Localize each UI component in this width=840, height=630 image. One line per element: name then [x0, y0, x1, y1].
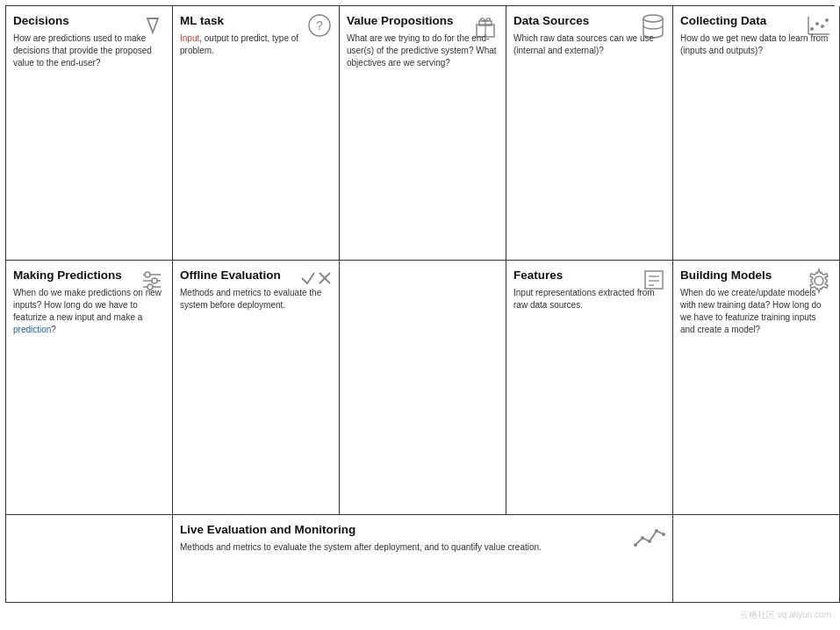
line-chart-icon [632, 522, 665, 554]
svg-point-11 [821, 25, 824, 28]
svg-text:?: ? [316, 18, 323, 32]
svg-point-10 [815, 22, 819, 25]
svg-point-16 [145, 272, 150, 277]
live-evaluation-desc: Methods and metrics to evaluate the syst… [180, 541, 665, 554]
live-evaluation-title: Live Evaluation and Monitoring [180, 522, 665, 538]
svg-point-12 [825, 18, 829, 22]
ml-task-cell: ? ML task Input, output to predict, type… [173, 6, 340, 261]
check-x-icon [300, 268, 332, 292]
empty-bottom-left [6, 515, 173, 603]
database-icon [641, 13, 665, 43]
chart-dots-icon [806, 13, 832, 41]
ml-task-input-link: Input [180, 33, 199, 43]
features-cell: Features Input representations extracted… [506, 261, 673, 515]
svg-point-6 [643, 15, 663, 22]
gear-icon [806, 268, 832, 297]
svg-point-28 [648, 540, 651, 543]
list-icon [643, 268, 665, 296]
svg-point-29 [655, 529, 658, 533]
svg-rect-21 [645, 271, 663, 289]
svg-point-26 [634, 543, 637, 547]
svg-point-27 [641, 536, 644, 540]
value-propositions-cell: Value Propositions What are we trying to… [340, 6, 506, 261]
svg-marker-0 [147, 18, 158, 32]
collecting-data-cell: Collecting Data How do we get new data t… [673, 6, 840, 261]
sliders-icon [139, 268, 165, 296]
watermark: 云栖社区 vq.aliyun.com [740, 609, 831, 621]
making-predictions-cell: Making Predictions When do we make predi… [6, 261, 173, 515]
gift-icon [472, 13, 499, 43]
down-arrow-icon [140, 13, 165, 41]
offline-evaluation-cell: Offline Evaluation Methods and metrics t… [173, 261, 340, 515]
svg-point-30 [662, 533, 665, 536]
data-sources-cell: Data Sources Which raw data sources can … [506, 6, 673, 261]
svg-point-18 [147, 284, 153, 290]
building-models-cell: Building Models When do we create/update… [673, 261, 840, 515]
svg-point-9 [810, 27, 814, 31]
live-evaluation-cell: Live Evaluation and Monitoring Methods a… [173, 515, 673, 603]
svg-point-25 [815, 276, 823, 285]
svg-point-17 [152, 278, 157, 283]
question-icon: ? [307, 13, 332, 41]
empty-cell-1 [340, 261, 506, 515]
decisions-cell: Decisions How are predictions used to ma… [6, 6, 173, 261]
empty-bottom-right [673, 515, 840, 603]
